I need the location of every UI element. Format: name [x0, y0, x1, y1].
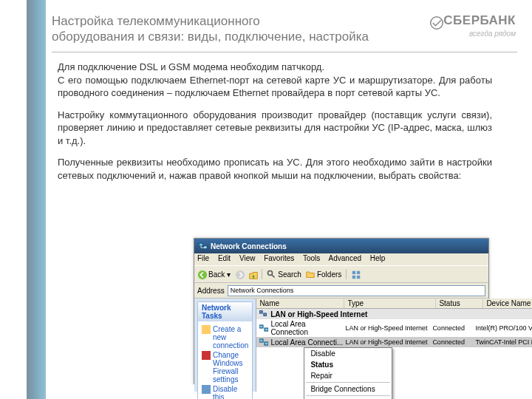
svg-rect-1 [200, 243, 203, 246]
column-headers[interactable]: Name Type Status Device Name [256, 299, 532, 309]
menu-favorites[interactable]: Favorites [264, 254, 294, 262]
tasks-pane: Network Tasks Create a new connection Ch… [194, 299, 256, 392]
ctx-status[interactable]: Status [304, 359, 392, 370]
slide-title: Настройка телекоммуникационного оборудов… [52, 13, 421, 45]
task-icon [202, 351, 211, 360]
svg-rect-7 [352, 271, 355, 274]
ctx-disable[interactable]: Disable [304, 348, 392, 359]
back-icon [197, 270, 206, 279]
svg-rect-10 [357, 276, 360, 279]
svg-rect-12 [202, 351, 211, 360]
menu-tools[interactable]: Tools [303, 254, 320, 262]
header-divider [52, 52, 517, 52]
menu-edit[interactable]: Edit [218, 254, 231, 262]
window-titlebar: Network Connections [194, 239, 488, 253]
col-status[interactable]: Status [436, 299, 483, 308]
task-icon [202, 385, 211, 394]
svg-rect-13 [202, 385, 211, 394]
brand-block: СБЕРБАНК всегда рядом [430, 13, 516, 38]
tasks-panel-header: Network Tasks [198, 302, 252, 321]
paragraph-1: Для подключение DSL и GSM модема необход… [58, 61, 492, 100]
menu-help[interactable]: Help [370, 254, 386, 262]
connection-icon [259, 324, 268, 332]
ctx-bridge[interactable]: Bridge Connections [304, 383, 392, 395]
network-small-icon [259, 310, 268, 318]
address-label: Address [197, 287, 225, 295]
menu-file[interactable]: File [197, 254, 209, 262]
list-item[interactable]: Local Area Connection LAN or High-Speed … [256, 319, 532, 337]
views-icon[interactable] [351, 270, 360, 279]
network-icon [199, 242, 208, 250]
group-header: LAN or High-Speed Internet [256, 309, 532, 319]
address-field[interactable]: Network Connections [228, 285, 485, 296]
svg-rect-11 [202, 325, 211, 334]
body-text: Для подключение DSL и GSM модема необход… [58, 61, 492, 191]
svg-point-5 [268, 271, 273, 276]
task-item[interactable]: Disable this network device [202, 385, 248, 399]
menu-bar[interactable]: File Edit View Favorites Tools Advanced … [194, 253, 488, 265]
back-button[interactable]: Back ▾ [197, 270, 231, 279]
list-pane: Name Type Status Device Name LAN or High… [256, 299, 532, 392]
task-item[interactable]: Change Windows Firewall settings [202, 351, 248, 383]
paragraph-2: Настройку коммутационного оборудования п… [58, 109, 492, 148]
forward-icon[interactable] [235, 270, 244, 279]
col-name[interactable]: Name [256, 299, 344, 308]
svg-point-4 [236, 270, 245, 279]
brand-name: СБЕРБАНК [443, 13, 516, 28]
svg-rect-20 [259, 325, 263, 328]
search-button[interactable]: Search [267, 270, 301, 279]
svg-point-0 [431, 17, 443, 30]
task-item[interactable]: Create a new connection [202, 325, 248, 349]
folders-button[interactable]: Folders [306, 270, 341, 279]
list-item[interactable]: Local Area Connecti... LAN or High-Speed… [256, 337, 532, 347]
folders-icon [306, 270, 315, 279]
col-device[interactable]: Device Name [483, 299, 532, 308]
connection-icon [259, 338, 268, 347]
menu-advanced[interactable]: Advanced [329, 254, 361, 262]
svg-rect-9 [352, 276, 355, 279]
window-title-text: Network Connections [211, 242, 287, 250]
svg-rect-21 [265, 328, 268, 331]
context-menu[interactable]: Disable Status Repair Bridge Connections… [304, 347, 392, 399]
svg-point-3 [198, 270, 207, 279]
svg-rect-19 [264, 313, 267, 316]
screenshot-window: Network Connections File Edit View Favor… [194, 238, 489, 384]
brand-logo-icon [430, 16, 439, 25]
up-icon[interactable] [248, 270, 257, 279]
svg-rect-23 [265, 342, 268, 345]
title-line-2: оборудования и связи: виды, подключение,… [52, 30, 369, 44]
svg-line-6 [272, 275, 275, 278]
address-bar: Address Network Connections [194, 283, 488, 299]
svg-rect-22 [259, 339, 263, 342]
col-type[interactable]: Type [344, 299, 436, 308]
title-line-1: Настройка телекоммуникационного [52, 14, 260, 28]
paragraph-3: Полученные реквизиты необходимо прописат… [58, 156, 492, 182]
menu-view[interactable]: View [239, 254, 256, 262]
search-icon [267, 270, 276, 279]
svg-rect-8 [357, 271, 360, 274]
brand-tagline: всегда рядом [430, 30, 516, 38]
task-icon [202, 325, 211, 334]
ctx-repair[interactable]: Repair [304, 370, 392, 381]
accent-bar [27, 0, 46, 399]
toolbar: Back ▾ Search Folders [194, 265, 488, 283]
svg-rect-18 [259, 311, 262, 313]
